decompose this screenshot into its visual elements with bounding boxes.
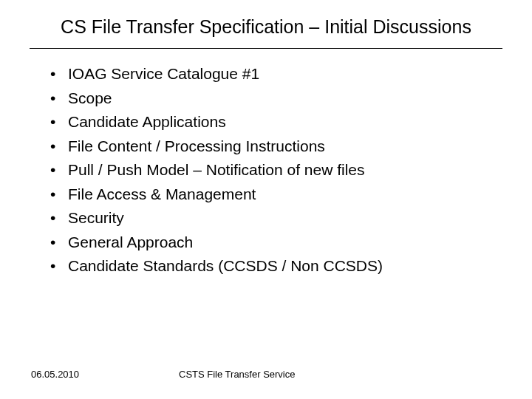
bullet-list: IOAG Service Catalogue #1 Scope Candidat… — [50, 62, 502, 279]
footer-service-title: CSTS File Transfer Service — [179, 369, 296, 380]
list-item: General Approach — [50, 231, 502, 255]
list-item: File Content / Processing Instructions — [50, 134, 502, 159]
list-item: File Access & Management — [50, 183, 502, 207]
list-item: Pull / Push Model – Notification of new … — [50, 158, 502, 183]
list-item: Candidate Standards (CCSDS / Non CCSDS) — [50, 254, 502, 279]
list-item: Candidate Applications — [50, 110, 502, 134]
footer-date: 06.05.2010 — [31, 369, 79, 380]
list-item: Scope — [50, 86, 502, 111]
slide: CS File Transfer Specification – Initial… — [0, 0, 532, 399]
list-item: Security — [50, 206, 502, 231]
slide-content: IOAG Service Catalogue #1 Scope Candidat… — [30, 62, 502, 279]
slide-title: CS File Transfer Specification – Initial… — [30, 16, 502, 49]
list-item: IOAG Service Catalogue #1 — [50, 62, 502, 86]
